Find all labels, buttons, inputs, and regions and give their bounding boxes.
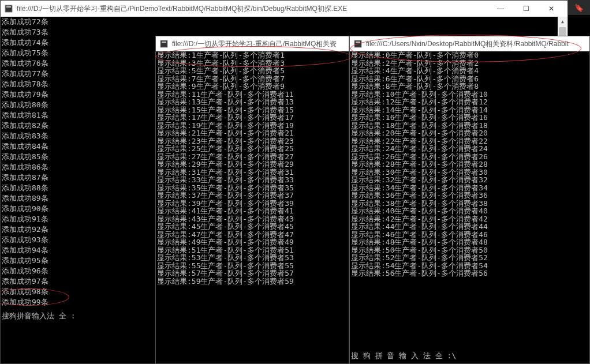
console-line: 添加成功91条 bbox=[2, 214, 48, 224]
console-line: 显示结果:50生产者-队列-多个消费者50 bbox=[351, 246, 488, 254]
close-button[interactable]: ✕ bbox=[539, 1, 564, 17]
console-line: 显示结果:14生产者-队列-多个消费者14 bbox=[351, 106, 488, 114]
console-line: 显示结果:4生产者-队列-多个消费者4 bbox=[351, 67, 488, 75]
console-line: 显示结果:5生产者-队列-多个消费者5 bbox=[157, 67, 294, 75]
console-line: 显示结果:55生产者-队列-多个消费者55 bbox=[157, 262, 294, 270]
console-line: 显示结果:45生产者-队列-多个消费者45 bbox=[157, 223, 294, 231]
window-controls: — ☐ ✕ bbox=[488, 1, 564, 17]
consumer-odd-titlebar[interactable]: file:///D:/一切从零开始学习-重构自己/RabbitMQ相关资 bbox=[156, 36, 349, 51]
console-line: 添加成功81条 bbox=[2, 110, 48, 121]
console-line: 显示结果:57生产者-队列-多个消费者57 bbox=[157, 269, 294, 277]
console-line: 显示结果:43生产者-队列-多个消费者43 bbox=[157, 215, 294, 223]
console-line: 显示结果:11生产者-队列-多个消费者11 bbox=[157, 91, 294, 99]
console-line: 添加成功98条 bbox=[2, 287, 48, 297]
console-line: 显示结果:21生产者-队列-多个消费者21 bbox=[157, 129, 294, 137]
console-line: 显示结果:28生产者-队列-多个消费者28 bbox=[351, 160, 488, 168]
console-line: 显示结果:29生产者-队列-多个消费者29 bbox=[157, 160, 294, 168]
console-line: 显示结果:19生产者-队列-多个消费者19 bbox=[157, 122, 294, 130]
console-line: 添加成功90条 bbox=[2, 204, 48, 214]
svg-rect-5 bbox=[356, 42, 360, 43]
console-line: 添加成功82条 bbox=[2, 121, 48, 131]
console-line: 显示结果:47生产者-队列-多个消费者47 bbox=[157, 231, 294, 239]
console-line: 显示结果:8生产者-队列-多个消费者8 bbox=[351, 82, 488, 91]
console-line: 显示结果:24生产者-队列-多个消费者24 bbox=[351, 145, 488, 153]
scroll-up-arrow[interactable]: ▲ bbox=[558, 17, 567, 27]
console-line: 显示结果:53生产者-队列-多个消费者53 bbox=[157, 254, 294, 262]
browser-side-toolbar: 🔖 bbox=[568, 0, 590, 15]
minimize-button[interactable]: — bbox=[488, 1, 513, 17]
console-line: 显示结果:20生产者-队列-多个消费者20 bbox=[351, 129, 488, 137]
console-line: 添加成功84条 bbox=[2, 141, 48, 152]
console-line: 显示结果:56生产者-队列-多个消费者56 bbox=[351, 269, 488, 277]
console-line: 添加成功78条 bbox=[2, 79, 48, 89]
ime-status-left: 搜狗拼音输入法 全 : bbox=[2, 311, 75, 321]
console-line: 显示结果:36生产者-队列-多个消费者36 bbox=[351, 192, 488, 200]
console-line: 显示结果:59生产者-队列-多个消费者59 bbox=[157, 277, 294, 286]
console-line: 显示结果:0生产者-队列-多个消费者0 bbox=[351, 51, 488, 59]
console-line: 显示结果:1生产者-队列-多个消费者1 bbox=[157, 51, 294, 59]
console-line: 显示结果:22生产者-队列-多个消费者22 bbox=[351, 137, 488, 145]
console-line: 添加成功88条 bbox=[2, 183, 48, 193]
console-line: 添加成功87条 bbox=[2, 172, 48, 183]
consumer-odd-title: file:///D:/一切从零开始学习-重构自己/RabbitMQ相关资 bbox=[172, 39, 337, 49]
producer-title: file:///D:/一切从零开始学习-重构自己/PinDemoText/Rab… bbox=[17, 4, 488, 14]
console-line: 显示结果:23生产者-队列-多个消费者23 bbox=[157, 137, 294, 145]
console-line: 显示结果:46生产者-队列-多个消费者46 bbox=[351, 231, 488, 239]
console-line: 显示结果:37生产者-队列-多个消费者37 bbox=[157, 192, 294, 200]
console-line: 显示结果:9生产者-队列-多个消费者9 bbox=[157, 82, 294, 91]
console-line: 显示结果:18生产者-队列-多个消费者18 bbox=[351, 122, 488, 130]
console-line: 添加成功77条 bbox=[2, 69, 48, 79]
console-line: 显示结果:44生产者-队列-多个消费者44 bbox=[351, 223, 488, 231]
app-icon bbox=[4, 4, 13, 13]
console-line: 显示结果:49生产者-队列-多个消费者49 bbox=[157, 238, 294, 246]
console-line: 添加成功73条 bbox=[2, 27, 48, 37]
console-line: 显示结果:38生产者-队列-多个消费者38 bbox=[351, 200, 488, 208]
console-line: 显示结果:54生产者-队列-多个消费者54 bbox=[351, 262, 488, 270]
consumer-even-titlebar[interactable]: file:///C:/Users/Nxin/Desktop/RabbitMQ相关… bbox=[350, 36, 589, 51]
console-line: 显示结果:7生产者-队列-多个消费者7 bbox=[157, 75, 294, 83]
console-line: 显示结果:3生产者-队列-多个消费者3 bbox=[157, 59, 294, 67]
console-line: 显示结果:33生产者-队列-多个消费者33 bbox=[157, 176, 294, 184]
console-line: 显示结果:25生产者-队列-多个消费者25 bbox=[157, 145, 294, 153]
console-line: 添加成功76条 bbox=[2, 58, 48, 69]
console-line: 显示结果:52生产者-队列-多个消费者52 bbox=[351, 254, 488, 262]
console-line: 显示结果:12生产者-队列-多个消费者12 bbox=[351, 98, 488, 106]
consumer-odd-window: file:///D:/一切从零开始学习-重构自己/RabbitMQ相关资 显示结… bbox=[155, 36, 349, 364]
console-line: 显示结果:6生产者-队列-多个消费者6 bbox=[351, 75, 488, 83]
console-line: 添加成功79条 bbox=[2, 89, 48, 100]
console-line: 显示结果:26生产者-队列-多个消费者26 bbox=[351, 153, 488, 161]
console-line: 显示结果:27生产者-队列-多个消费者27 bbox=[157, 153, 294, 161]
console-line: 显示结果:32生产者-队列-多个消费者32 bbox=[351, 176, 488, 184]
console-line: 添加成功95条 bbox=[2, 256, 48, 266]
console-line: 显示结果:48生产者-队列-多个消费者48 bbox=[351, 238, 488, 246]
console-line: 添加成功96条 bbox=[2, 266, 48, 276]
console-line: 显示结果:30生产者-队列-多个消费者30 bbox=[351, 168, 488, 177]
console-line: 添加成功89条 bbox=[2, 193, 48, 204]
consumer-even-title: file:///C:/Users/Nxin/Desktop/RabbitMQ相关… bbox=[366, 39, 569, 49]
console-line: 显示结果:41生产者-队列-多个消费者41 bbox=[157, 207, 294, 215]
svg-rect-1 bbox=[6, 6, 11, 7]
console-line: 添加成功80条 bbox=[2, 100, 48, 110]
bookmark-icon[interactable]: 🔖 bbox=[574, 3, 584, 12]
app-icon bbox=[353, 39, 363, 48]
console-line: 显示结果:42生产者-队列-多个消费者42 bbox=[351, 215, 488, 223]
console-line: 显示结果:10生产者-队列-多个消费者10 bbox=[351, 91, 488, 99]
producer-titlebar[interactable]: file:///D:/一切从零开始学习-重构自己/PinDemoText/Rab… bbox=[1, 1, 567, 17]
console-line: 添加成功93条 bbox=[2, 235, 48, 245]
console-line: 添加成功83条 bbox=[2, 131, 48, 141]
svg-rect-3 bbox=[162, 42, 166, 43]
consumer-even-console-output: 显示结果:0生产者-队列-多个消费者0显示结果:2生产者-队列-多个消费者2显示… bbox=[351, 51, 488, 277]
console-line: 显示结果:40生产者-队列-多个消费者40 bbox=[351, 207, 488, 215]
console-line: 添加成功94条 bbox=[2, 245, 48, 256]
console-line: 显示结果:16生产者-队列-多个消费者16 bbox=[351, 114, 488, 122]
maximize-button[interactable]: ☐ bbox=[513, 1, 539, 17]
console-line: 添加成功99条 bbox=[2, 297, 48, 307]
console-line: 添加成功86条 bbox=[2, 162, 48, 172]
consumer-even-window: file:///C:/Users/Nxin/Desktop/RabbitMQ相关… bbox=[349, 36, 590, 364]
ime-status-right: 搜 狗 拼 音 输 入 法 全 :\ bbox=[351, 351, 456, 361]
app-icon bbox=[159, 39, 169, 48]
svg-rect-0 bbox=[5, 5, 12, 12]
console-line: 添加成功72条 bbox=[2, 17, 48, 27]
svg-rect-2 bbox=[160, 40, 167, 47]
console-line: 显示结果:51生产者-队列-多个消费者51 bbox=[157, 246, 294, 254]
